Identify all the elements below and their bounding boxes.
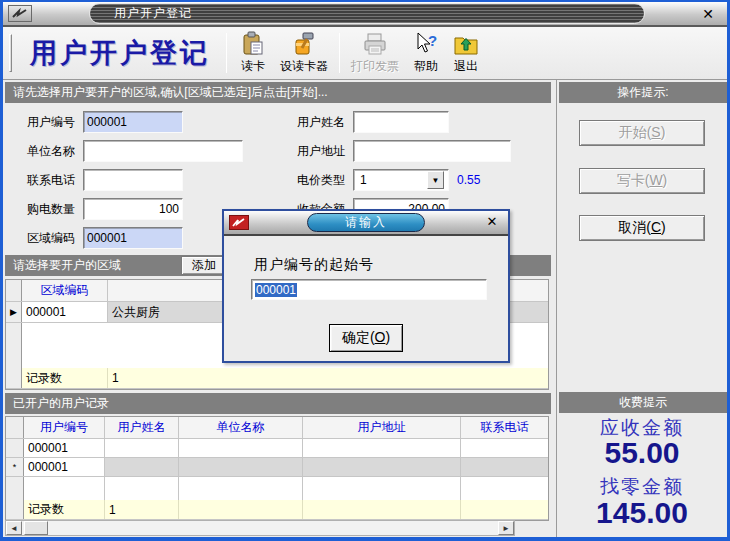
svg-text:?: ?: [428, 32, 437, 49]
scrollbar-thumb[interactable]: [24, 521, 48, 535]
cancel-button[interactable]: 取消(C): [579, 215, 705, 241]
records-section-header: 已开户的用户记录: [5, 393, 551, 414]
app-logo-icon: [8, 5, 32, 22]
table-row[interactable]: 000001: [6, 439, 548, 458]
exit-label: 退出: [454, 58, 478, 75]
area-code-column-header[interactable]: 区域编码: [22, 280, 108, 301]
print-invoice-label: 打印发票: [351, 58, 399, 75]
unit-name-column-header[interactable]: 单位名称: [179, 417, 303, 438]
area-code-row: 区域编码: [27, 227, 183, 249]
title-bar: 用户开户登记 ✕: [3, 2, 727, 27]
help-label: 帮助: [414, 58, 438, 75]
add-area-button[interactable]: 添加: [181, 256, 227, 275]
close-icon[interactable]: ✕: [699, 5, 717, 23]
main-content: 请先选择用户要开户的区域,确认[区域已选定]后点击[开始]... 用户编号 单位…: [3, 80, 727, 539]
purchase-qty-field[interactable]: [83, 198, 183, 220]
dialog-prompt-label: 用户编号的起始号: [254, 256, 374, 274]
read-card-label: 读卡: [241, 58, 265, 75]
phone-row: 联系电话: [27, 169, 183, 191]
current-row-marker: ▶: [6, 302, 22, 322]
start-number-input[interactable]: 000001: [251, 279, 487, 300]
price-type-label: 电价类型: [297, 172, 353, 189]
row-marker: [6, 439, 24, 457]
selected-input-text: 000001: [255, 283, 297, 297]
phone-label: 联系电话: [27, 172, 83, 189]
ops-panel-header: 操作提示:: [559, 82, 727, 103]
records-table-header-row: 用户编号 用户姓名 单位名称 用户地址 联系电话: [6, 417, 548, 439]
records-table-footer: 记录数 1: [6, 500, 548, 520]
unit-name-field[interactable]: [83, 140, 243, 162]
setup-reader-label: 设读卡器: [280, 58, 328, 75]
exit-icon: [453, 31, 479, 57]
print-invoice-button: 打印发票: [346, 30, 404, 76]
ok-button[interactable]: 确定(O): [329, 324, 403, 352]
user-name-field[interactable]: [353, 111, 449, 133]
user-address-field[interactable]: [353, 140, 511, 162]
exit-button[interactable]: 退出: [448, 30, 484, 76]
charge-panel-header: 收费提示: [559, 392, 727, 413]
change-amount: 145.00: [557, 496, 727, 530]
user-id-column-header[interactable]: 用户编号: [24, 417, 105, 438]
horizontal-scrollbar[interactable]: ◄ ►: [5, 520, 515, 536]
purchase-qty-row: 购电数量: [27, 198, 183, 220]
print-invoice-icon: [362, 31, 388, 57]
user-name-row: 用户姓名: [297, 111, 449, 133]
price-type-row: 电价类型 1 ▼ 0.55: [297, 169, 480, 191]
receivable-amount: 55.00: [557, 436, 727, 470]
record-count-value: 1: [105, 500, 179, 519]
side-panel: 操作提示: 开始(S) 写卡(W) 取消(C) 收费提示 应收金额 55.00 …: [556, 80, 727, 539]
price-type-select[interactable]: 1 ▼: [353, 169, 449, 191]
records-table: 用户编号 用户姓名 单位名称 用户地址 联系电话 000001 * 000001: [5, 416, 549, 521]
user-address-column-header[interactable]: 用户地址: [303, 417, 461, 438]
user-id-row: 用户编号: [27, 111, 183, 133]
user-address-label: 用户地址: [297, 143, 353, 160]
marker-column-header: [6, 280, 22, 301]
toolbar-separator: [226, 33, 227, 73]
read-card-button[interactable]: 读卡: [235, 30, 271, 76]
user-name-column-header[interactable]: 用户姓名: [105, 417, 179, 438]
toolbar-separator: [339, 33, 340, 73]
setup-reader-button[interactable]: 设读卡器: [275, 30, 333, 76]
dialog-title-bar: 请输入 ✕: [224, 211, 508, 236]
window-title: 用户开户登记: [89, 3, 645, 24]
read-card-icon: [240, 31, 266, 57]
chevron-down-icon[interactable]: ▼: [427, 171, 444, 189]
user-address-row: 用户地址: [297, 140, 511, 162]
page-title: 用户开户登记: [30, 35, 210, 71]
purchase-qty-label: 购电数量: [27, 201, 83, 218]
toolbar-grip: [9, 34, 12, 72]
write-card-button: 写卡(W): [579, 168, 705, 194]
area-code-field[interactable]: [83, 227, 183, 249]
empty-table-area: [6, 477, 548, 500]
phone-column-header[interactable]: 联系电话: [461, 417, 548, 438]
scroll-right-icon[interactable]: ►: [498, 521, 514, 535]
user-id-field[interactable]: [83, 111, 183, 133]
user-name-label: 用户姓名: [297, 114, 353, 131]
phone-field[interactable]: [83, 169, 183, 191]
record-count-label: 记录数: [24, 500, 105, 519]
area-code-label: 区域编码: [27, 230, 83, 247]
start-button: 开始(S): [579, 120, 705, 146]
area-code-cell[interactable]: 000001: [22, 302, 108, 322]
dialog-title: 请输入: [307, 213, 425, 232]
new-row-marker: *: [6, 458, 24, 476]
instruction-header: 请先选择用户要开户的区域,确认[区域已选定]后点击[开始]...: [5, 82, 551, 103]
scroll-left-icon[interactable]: ◄: [6, 521, 22, 535]
price-rate-value: 0.55: [457, 173, 480, 187]
marker-column-header: [6, 417, 24, 438]
table-row[interactable]: * 000001: [6, 458, 548, 477]
user-id-cell[interactable]: 000001: [24, 439, 105, 457]
dialog-logo-icon: [229, 215, 249, 230]
record-count-label: 记录数: [22, 368, 108, 388]
user-id-cell[interactable]: 000001: [24, 458, 105, 476]
input-dialog: 请输入 ✕ 用户编号的起始号 000001 确定(O): [222, 209, 510, 363]
help-button[interactable]: ? 帮助: [408, 30, 444, 76]
unit-name-label: 单位名称: [27, 143, 83, 160]
close-icon[interactable]: ✕: [484, 214, 500, 230]
user-id-label: 用户编号: [27, 114, 83, 131]
area-table-footer: 记录数 1: [6, 368, 548, 389]
unit-name-row: 单位名称: [27, 140, 243, 162]
help-icon: ?: [413, 31, 439, 57]
setup-reader-icon: [291, 31, 317, 57]
toolbar: 用户开户登记 读卡 设读卡器: [3, 27, 727, 80]
